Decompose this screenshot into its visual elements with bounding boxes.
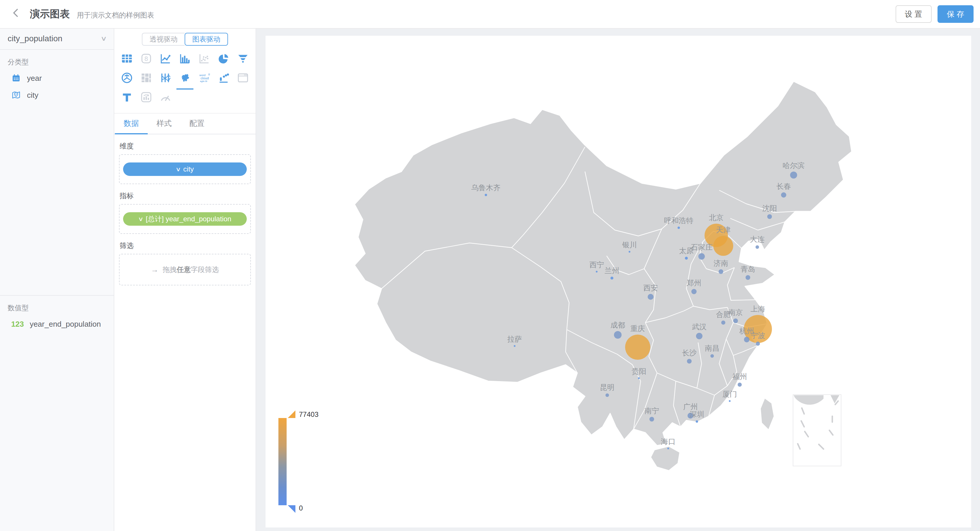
chart-canvas: 北京天津上海重庆乌鲁木齐哈尔滨长春沈阳呼和浩特大连太原石家庄济南青岛郑州银川西宁…	[256, 28, 980, 531]
dimension-chip[interactable]: ∨ city	[123, 162, 247, 176]
hainan-island	[651, 447, 679, 470]
city-bubble[interactable]	[738, 383, 742, 387]
save-button[interactable]: 保 存	[937, 5, 974, 23]
city-bubble[interactable]	[698, 253, 705, 260]
parallel-chart-icon[interactable]	[156, 69, 175, 87]
city-label: 青岛	[741, 265, 755, 273]
city-label: 长春	[776, 182, 791, 190]
settings-button[interactable]: 设 置	[896, 5, 932, 23]
city-bubble[interactable]	[485, 194, 487, 196]
funnel-chart-icon[interactable]	[233, 50, 253, 67]
city-label: 成都	[611, 321, 625, 329]
dimension-dropzone[interactable]: ∨ city	[119, 154, 251, 184]
city-bubble[interactable]	[628, 251, 630, 253]
city-bubble[interactable]	[606, 393, 609, 397]
number-123-icon: 123	[11, 320, 24, 329]
tab-配置[interactable]: 配置	[181, 114, 213, 134]
city-bubble[interactable]	[756, 342, 760, 346]
city-label: 南京	[728, 308, 743, 317]
card-frame-icon[interactable]	[233, 69, 253, 87]
city-bubble[interactable]	[614, 331, 622, 339]
city-bubble[interactable]	[719, 269, 723, 274]
city-label: 深圳	[690, 410, 704, 418]
dimension-label: 维度	[119, 141, 250, 151]
map-legend: 77403 0	[278, 411, 343, 521]
city-bubble[interactable]	[790, 171, 797, 179]
city-bubble[interactable]	[667, 448, 669, 449]
category-group-title: 分类型	[0, 50, 114, 70]
city-bubble[interactable]	[781, 192, 786, 198]
taiwan-island	[761, 399, 774, 429]
field-item[interactable]: year	[0, 70, 114, 87]
city-bubble[interactable]	[744, 337, 750, 342]
measure-chip[interactable]: ∨ [总计] year_end_population	[123, 212, 247, 226]
mode-toggle-active[interactable]: 图表驱动	[185, 33, 228, 46]
tab-数据[interactable]: 数据	[115, 114, 148, 134]
city-bubble[interactable]	[696, 420, 698, 423]
text-chart-icon[interactable]	[117, 89, 137, 106]
city-bubble[interactable]	[696, 333, 702, 339]
svg-text:BI: BI	[208, 73, 210, 76]
city-bubble[interactable]	[733, 319, 738, 323]
city-bubble[interactable]	[691, 289, 697, 294]
china-map-icon[interactable]	[175, 69, 195, 87]
mosaic-chart-icon[interactable]	[137, 69, 156, 87]
city-bubble[interactable]	[625, 334, 650, 360]
city-label: 南宁	[644, 407, 659, 415]
city-label: 天津	[716, 226, 730, 234]
chevron-down-icon: ∨	[175, 166, 181, 173]
south-china-sea-inset	[793, 395, 841, 466]
city-label: 石家庄	[691, 243, 713, 251]
line-chart-icon[interactable]	[156, 50, 175, 67]
city-bubble[interactable]	[678, 227, 680, 229]
table-icon[interactable]	[117, 50, 137, 67]
measure-dropzone[interactable]: ∨ [总计] year_end_population	[119, 204, 251, 234]
city-bubble[interactable]	[514, 345, 515, 347]
city-label: 兰州	[605, 266, 619, 274]
city-bubble[interactable]	[638, 377, 640, 379]
city-bubble[interactable]	[746, 275, 750, 280]
gauge-chart-icon[interactable]	[156, 89, 175, 106]
step-bubble-icon[interactable]	[214, 69, 233, 87]
number-card-icon[interactable]: 8	[137, 50, 156, 67]
city-bubble[interactable]	[756, 245, 759, 249]
city-bubble[interactable]	[713, 236, 733, 256]
app-window: 演示图表 用于演示文档的样例图表 设 置 保 存 city_population…	[0, 0, 980, 531]
city-bubble[interactable]	[767, 214, 772, 219]
filter-dropzone[interactable]: → 拖拽任意字段筛选	[119, 254, 251, 285]
numeric-group-title: 数值型	[0, 296, 114, 315]
pie-chart-icon[interactable]	[214, 50, 233, 67]
city-label: 重庆	[630, 324, 645, 333]
city-label: 郑州	[687, 279, 701, 287]
mode-toggle-inactive[interactable]: 透视驱动	[142, 33, 185, 46]
tab-样式[interactable]: 样式	[148, 114, 181, 134]
city-bubble[interactable]	[648, 294, 654, 300]
city-label: 西安	[643, 284, 658, 292]
city-bubble[interactable]	[611, 277, 613, 279]
combo-chart-icon[interactable]	[137, 89, 156, 106]
field-label: year_end_population	[30, 320, 101, 329]
city-bubble[interactable]	[721, 320, 725, 325]
city-bubble[interactable]	[729, 400, 730, 402]
radar-chart-icon[interactable]	[117, 69, 137, 87]
mode-toggle: 透视驱动图表驱动	[114, 33, 256, 46]
legend-max-value: 77403	[299, 411, 318, 418]
field-label: city	[27, 91, 38, 100]
city-bubble[interactable]	[649, 417, 654, 422]
field-item[interactable]: city	[0, 87, 114, 104]
scatter-chart-icon[interactable]	[195, 50, 214, 67]
field-item[interactable]: 123year_end_population	[0, 315, 114, 333]
city-bubble[interactable]	[685, 257, 688, 260]
word-cloud-icon[interactable]: wordcloudagile BiBI	[195, 69, 214, 87]
city-bubble[interactable]	[710, 354, 714, 358]
map-pin-icon	[11, 90, 21, 100]
china-map[interactable]: 北京天津上海重庆乌鲁木齐哈尔滨长春沈阳呼和浩特大连太原石家庄济南青岛郑州银川西宁…	[266, 36, 971, 528]
dataset-select[interactable]: city_population ∨	[0, 28, 114, 50]
city-bubble[interactable]	[687, 359, 692, 363]
back-button[interactable]	[10, 8, 22, 21]
city-bubble[interactable]	[596, 271, 598, 273]
city-label: 拉萨	[507, 335, 522, 343]
map-card: 北京天津上海重庆乌鲁木齐哈尔滨长春沈阳呼和浩特大连太原石家庄济南青岛郑州银川西宁…	[266, 36, 971, 528]
bar-chart-icon[interactable]	[175, 50, 195, 67]
legend-gradient-bar	[278, 418, 286, 505]
